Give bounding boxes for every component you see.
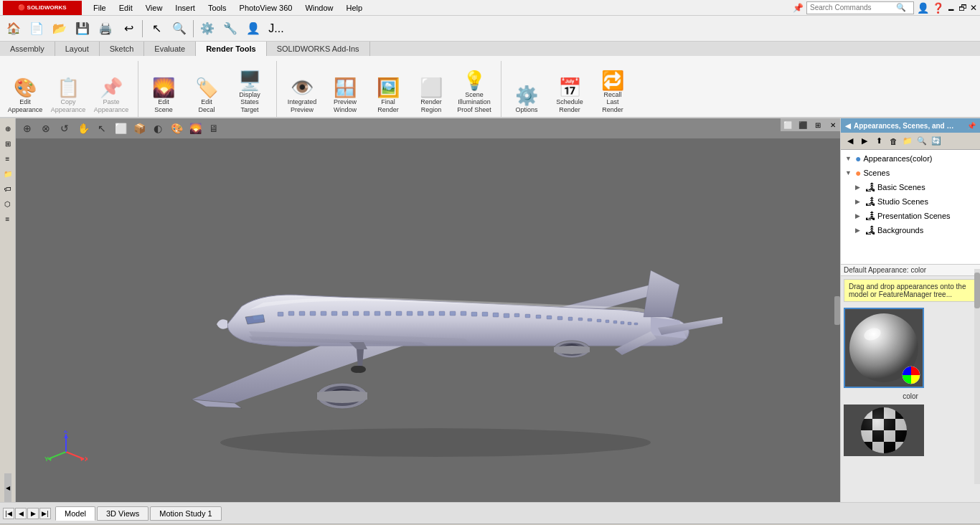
recall-last-render-button[interactable]: 🔁 RecallLastRender	[592, 61, 633, 117]
panel-preview-2[interactable]	[844, 405, 924, 456]
vp-scenes[interactable]: 🌄	[187, 120, 204, 137]
vp-select[interactable]: ↖	[93, 120, 110, 137]
panel-tb-folder[interactable]: 📁	[901, 135, 914, 148]
tree-expander-presentation-scenes[interactable]: ▶	[855, 212, 865, 219]
tb-more[interactable]: J...	[265, 18, 287, 39]
nav-first[interactable]: |◀	[3, 508, 14, 519]
viewport-max[interactable]: ⬛	[796, 118, 810, 131]
preview-window-button[interactable]: 🪟 PreviewWindow	[324, 61, 366, 117]
tab-assembly[interactable]: Assembly	[0, 42, 55, 56]
tree-item-scenes[interactable]: ▼ ● Scenes	[842, 166, 979, 180]
tab-3d-views[interactable]: 3D Views	[97, 506, 149, 521]
pin-icon[interactable]: 📌	[793, 3, 804, 13]
panel-tb-back[interactable]: ◀	[844, 135, 857, 148]
left-btn-5[interactable]: 🏷	[1, 181, 15, 196]
vp-box[interactable]: 📦	[131, 120, 148, 137]
panel-scrollbar-thumb[interactable]	[974, 273, 980, 308]
tree-expander-appearances[interactable]: ▼	[845, 155, 855, 162]
tb-open[interactable]: 📂	[49, 18, 70, 39]
viewport-min[interactable]: ⬜	[781, 118, 795, 131]
vp-hide[interactable]: ◐	[149, 120, 166, 137]
tree-item-presentation-scenes[interactable]: ▶ 🏞 Presentation Scenes	[842, 209, 979, 223]
left-btn-7[interactable]: ≡	[1, 212, 15, 226]
viewport-resize-handle[interactable]	[834, 296, 840, 325]
tb-new[interactable]: 📄	[26, 18, 47, 39]
tb-options[interactable]: ⚙️	[197, 18, 218, 39]
tab-layout[interactable]: Layout	[55, 42, 100, 56]
panel-tb-home[interactable]: ⬆	[872, 135, 885, 148]
vp-zoom-to-fit[interactable]: ⊕	[19, 120, 36, 137]
tb-save[interactable]: 💾	[72, 18, 93, 39]
vp-section[interactable]: ⬜	[112, 120, 129, 137]
left-btn-2[interactable]: ⊞	[1, 136, 15, 151]
tb-home[interactable]: 🏠	[3, 18, 24, 39]
user-icon[interactable]: 👤	[917, 2, 929, 14]
tb-undo[interactable]: ↩	[118, 18, 139, 39]
menu-tools[interactable]: Tools	[202, 2, 232, 14]
minimize-icon[interactable]: 🗕	[947, 3, 956, 13]
copy-appearance-button[interactable]: 📋 CopyAppearance	[47, 61, 89, 117]
panel-tb-forward[interactable]: ▶	[858, 135, 871, 148]
edit-appearance-button[interactable]: 🎨 EditAppearance	[4, 61, 46, 117]
nav-next[interactable]: ▶	[27, 508, 39, 519]
search-input[interactable]	[810, 4, 896, 11]
tab-sketch[interactable]: Sketch	[100, 42, 145, 56]
menu-insert[interactable]: Insert	[169, 2, 201, 14]
viewport-split[interactable]: ⊞	[811, 118, 825, 131]
vp-zoom-in[interactable]: ⊗	[37, 120, 55, 137]
restore-icon[interactable]: 🗗	[958, 3, 967, 13]
nav-prev[interactable]: ◀	[15, 508, 27, 519]
collapse-handle[interactable]: ◀	[4, 473, 11, 502]
panel-tree[interactable]: ▼ ● Appearances(color) ▼ ● Scenes ▶ 🏞 Ba…	[841, 150, 980, 265]
scene-illumination-button[interactable]: 💡 SceneIlluminationProof Sheet	[453, 61, 495, 117]
tb-user2[interactable]: 👤	[242, 18, 264, 39]
tb-print[interactable]: 🖨️	[95, 18, 116, 39]
panel-pin[interactable]: 📌	[967, 122, 976, 130]
tree-expander-basic-scenes[interactable]: ▶	[855, 184, 865, 191]
question-icon[interactable]: ❓	[932, 2, 944, 14]
left-btn-1[interactable]: ⊕	[1, 121, 15, 136]
panel-tb-refresh[interactable]: 🔄	[930, 135, 943, 148]
left-btn-3[interactable]: ≡	[1, 151, 15, 166]
menu-window[interactable]: Window	[299, 2, 339, 14]
tree-item-studio-scenes[interactable]: ▶ 🏞 Studio Scenes	[842, 194, 979, 209]
left-btn-4[interactable]: 📁	[1, 166, 15, 181]
nav-last[interactable]: ▶|	[39, 508, 51, 519]
final-render-button[interactable]: 🖼️ FinalRender	[367, 61, 409, 117]
tree-item-basic-scenes[interactable]: ▶ 🏞 Basic Scenes	[842, 180, 979, 194]
panel-nav-back[interactable]: ◀	[845, 122, 851, 130]
render-region-button[interactable]: ⬜ RenderRegion	[410, 61, 452, 117]
tb-select[interactable]: ↖	[146, 18, 167, 39]
tree-item-backgrounds[interactable]: ▶ 🏞 Backgrounds	[842, 223, 979, 237]
close-icon[interactable]: ✕	[970, 3, 977, 13]
tab-render-tools[interactable]: Render Tools	[196, 42, 266, 57]
paste-appearance-button[interactable]: 📌 PasteAppearance	[90, 61, 132, 117]
left-btn-6[interactable]: ⬡	[1, 197, 15, 211]
vp-display[interactable]: 🖥	[205, 120, 222, 137]
menu-edit[interactable]: Edit	[113, 2, 138, 14]
edit-decal-button[interactable]: 🏷️ EditDecal	[186, 61, 227, 117]
tab-motion-study-1[interactable]: Motion Study 1	[150, 506, 221, 521]
vp-rotate[interactable]: ↺	[56, 120, 73, 137]
search-box[interactable]: 🔍	[806, 1, 914, 14]
tree-expander-studio-scenes[interactable]: ▶	[855, 198, 865, 205]
menu-file[interactable]: File	[88, 2, 112, 14]
options-button[interactable]: ⚙️ Options	[506, 61, 547, 117]
vp-appearance[interactable]: 🎨	[168, 120, 185, 137]
display-states-target-button[interactable]: 🖥️ DisplayStatesTarget	[229, 61, 270, 117]
menu-help[interactable]: Help	[341, 2, 369, 14]
tb-zoom[interactable]: 🔍	[169, 18, 190, 39]
panel-tb-delete[interactable]: 🗑	[887, 135, 900, 148]
menu-photoview[interactable]: PhotoView 360	[234, 2, 298, 14]
tree-expander-backgrounds[interactable]: ▶	[855, 227, 865, 234]
schedule-render-button[interactable]: 📅 ScheduleRender	[549, 61, 590, 117]
panel-tb-search[interactable]: 🔍	[915, 135, 928, 148]
tab-model[interactable]: Model	[55, 506, 95, 521]
tab-evaluate[interactable]: Evaluate	[144, 42, 196, 56]
tree-item-appearances[interactable]: ▼ ● Appearances(color)	[842, 151, 979, 166]
viewport[interactable]: ⊕ ⊗ ↺ ✋ ↖ ⬜ 📦 ◐ 🎨 🌄 🖥	[16, 118, 840, 502]
tab-solidworks-addins[interactable]: SOLIDWORKS Add-Ins	[267, 42, 370, 56]
integrated-preview-button[interactable]: 👁️ IntegratedPreview	[281, 61, 323, 117]
tree-expander-scenes[interactable]: ▼	[845, 169, 855, 176]
tb-settings2[interactable]: 🔧	[220, 18, 241, 39]
